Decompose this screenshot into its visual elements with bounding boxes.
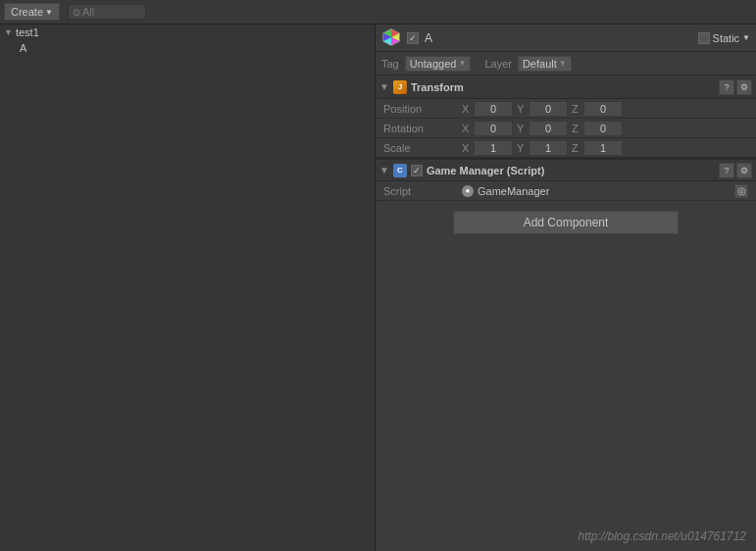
rotation-y-input[interactable] [529,121,568,136]
hierarchy-item-A[interactable]: A [0,40,375,56]
resize-handle[interactable] [371,25,375,551]
layer-dropdown[interactable]: Default ▼ [518,56,572,72]
hierarchy-item-label: test1 [16,26,39,38]
transform-settings-button[interactable]: ⚙ [736,79,752,95]
position-fields: X Y Z [462,101,748,117]
layer-label: Layer [484,58,512,70]
rotation-z-group: Z [572,121,623,136]
static-checkbox[interactable] [698,32,710,44]
position-row: Position X Y Z [376,99,756,119]
game-manager-settings-button[interactable]: ⚙ [736,163,752,178]
script-pick-button[interactable]: ◎ [734,184,748,198]
position-y-axis: Y [517,103,527,115]
rotation-x-input[interactable] [474,121,513,136]
script-value-group: ● GameManager ◎ [462,184,748,198]
script-object-icon: ● [462,185,474,197]
game-manager-component-icons: ? ⚙ [719,163,752,178]
hierarchy-child-label: A [20,42,26,54]
scale-z-axis: Z [572,142,581,154]
scale-z-input[interactable] [583,140,623,156]
static-dropdown-icon[interactable]: ▼ [742,33,750,42]
object-enabled-checkbox[interactable] [407,32,419,44]
rotation-z-input[interactable] [583,121,623,136]
position-z-input[interactable] [583,101,623,117]
transform-help-button[interactable]: ? [719,79,734,95]
tag-dropdown[interactable]: Untagged ▼ [405,56,472,72]
rotation-label: Rotation [383,123,462,134]
game-manager-help-button[interactable]: ? [719,163,734,178]
position-label: Position [383,103,462,115]
scale-x-input[interactable] [474,140,513,156]
position-x-axis: X [462,103,472,115]
tag-label: Tag [381,58,399,70]
position-z-group: Z [572,101,623,117]
unity-cube-icon [381,27,401,49]
rotation-z-axis: Z [572,123,581,134]
transform-component-icons: ? ⚙ [719,79,752,95]
scale-z-group: Z [572,140,623,156]
rotation-fields: X Y Z [462,121,748,136]
static-checkbox-group: Static ▼ [698,32,750,44]
scale-x-axis: X [462,142,472,154]
position-x-group: X [462,101,513,117]
game-manager-enabled-checkbox[interactable] [411,165,423,176]
game-manager-header: ▼ C Game Manager (Script) ? ⚙ [376,158,756,181]
top-bar: Create ▼ ⊙ [0,0,756,25]
object-name-label: A [425,31,692,45]
scale-y-axis: Y [517,142,527,154]
tag-layer-row: Tag Untagged ▼ Layer Default ▼ [376,52,756,75]
transform-title: Transform [411,81,715,93]
script-prop-row: Script ● GameManager ◎ [376,181,756,201]
create-arrow-icon: ▼ [45,8,53,17]
layer-value: Default [523,58,557,70]
inspector-panel: A Static ▼ Tag Untagged ▼ Layer Default … [376,25,756,551]
rotation-x-group: X [462,121,513,136]
scale-label: Scale [383,142,462,154]
layer-dropdown-arrow-icon: ▼ [559,59,567,68]
hierarchy-item-test1[interactable]: ▼ test1 [0,25,375,40]
add-component-button[interactable]: Add Component [453,211,679,234]
rotation-y-group: Y [517,121,568,136]
tag-value: Untagged [410,58,457,70]
script-name: GameManager [478,185,549,197]
search-icon: ⊙ [73,7,80,18]
position-y-input[interactable] [529,101,568,117]
position-z-axis: Z [572,103,581,115]
scale-fields: X Y Z [462,140,748,156]
transform-component-header: ▼ J Transform ? ⚙ [376,75,756,99]
rotation-row: Rotation X Y Z [376,119,756,138]
search-area: ⊙ [68,4,146,20]
watermark: http://blog.csdn.net/u014761712 [579,529,746,543]
scale-x-group: X [462,140,513,156]
collapse-arrow-icon: ▼ [4,27,13,37]
scale-row: Scale X Y Z [376,138,756,158]
position-y-group: Y [517,101,568,117]
static-label: Static [713,32,740,44]
main-layout: ▼ test1 A A [0,25,756,551]
game-manager-icon: C [393,164,407,177]
rotation-y-axis: Y [517,123,527,134]
scale-y-group: Y [517,140,568,156]
scale-y-input[interactable] [529,140,568,156]
search-input[interactable] [82,6,141,18]
top-bar-left: Create ▼ ⊙ [4,3,146,21]
create-button[interactable]: Create ▼ [4,3,60,21]
transform-icon: J [393,80,407,94]
add-component-container: Add Component [376,201,756,244]
create-label: Create [11,6,43,18]
script-label: Script [383,185,462,197]
tag-dropdown-arrow-icon: ▼ [458,59,466,68]
rotation-x-axis: X [462,123,472,134]
hierarchy-panel: ▼ test1 A [0,25,376,551]
game-manager-collapse-icon[interactable]: ▼ [379,165,389,175]
inspector-header: A Static ▼ [376,25,756,52]
transform-collapse-icon[interactable]: ▼ [379,81,389,92]
position-x-input[interactable] [474,101,513,117]
game-manager-title: Game Manager (Script) [427,165,715,176]
